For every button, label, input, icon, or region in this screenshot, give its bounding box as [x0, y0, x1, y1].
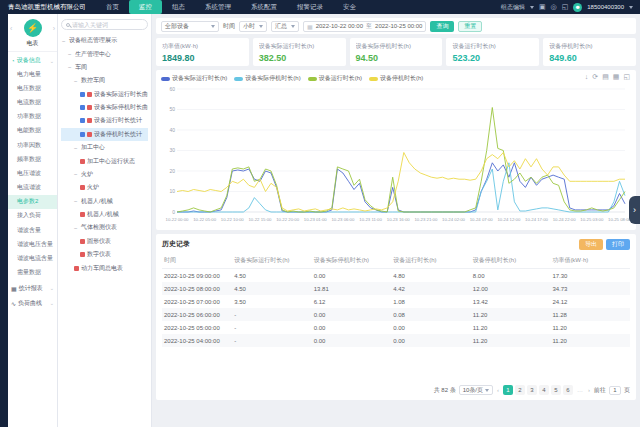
- tree-node[interactable]: −机器人/机械: [61, 195, 148, 208]
- expander-icon[interactable]: −: [68, 64, 73, 70]
- print-button[interactable]: 打印: [606, 239, 630, 250]
- data-view-icon[interactable]: ▤: [602, 73, 609, 81]
- legend-item[interactable]: 设备实际运行时长(h): [161, 74, 227, 83]
- sidebar-section[interactable]: ∿负荷曲线⌄: [8, 295, 57, 310]
- next-device-caret[interactable]: ›: [53, 25, 55, 32]
- chart-type-icon[interactable]: ▦: [613, 73, 620, 81]
- nav-item-5[interactable]: 系统配置: [241, 0, 287, 14]
- nav-item-3[interactable]: 组态: [162, 0, 195, 14]
- main-content: 全部设备 时间 小时 汇总 ▦ 2022-10-22 00:00 至 2022-…: [152, 14, 640, 427]
- tree-node[interactable]: 设备实际停机时长曲线: [61, 101, 148, 114]
- sidebar-item[interactable]: 功率因数: [8, 138, 57, 152]
- tree-node[interactable]: 设备实际运行时长曲线: [61, 88, 148, 101]
- sidebar-item[interactable]: 电能数据: [8, 124, 57, 138]
- expander-icon[interactable]: −: [62, 38, 67, 44]
- page-button-5[interactable]: 5: [551, 385, 561, 395]
- prev-device-caret[interactable]: ‹: [10, 25, 12, 32]
- tree-node[interactable]: −生产管理中心: [61, 47, 148, 60]
- page-button-4[interactable]: 4: [539, 385, 549, 395]
- tree-node[interactable]: −车间: [61, 61, 148, 74]
- sidebar-item[interactable]: 电流数据: [8, 95, 57, 109]
- prev-page-button[interactable]: ‹: [496, 387, 500, 393]
- tree-node[interactable]: 火炉: [61, 181, 148, 194]
- tree-node[interactable]: 圆形仪表: [61, 235, 148, 248]
- table-cell: -: [232, 334, 312, 347]
- sidebar-section[interactable]: ▦统计报表⌄: [8, 280, 57, 295]
- sidebar-item[interactable]: 电流谐波: [8, 181, 57, 195]
- fullscreen-icon[interactable]: ◱: [623, 73, 630, 81]
- nav-item-6[interactable]: 报警记录: [287, 0, 333, 14]
- legend-item[interactable]: 设备实际停机时长(h): [234, 74, 300, 83]
- location-icon[interactable]: ◎: [551, 3, 557, 11]
- edit-link[interactable]: 组态编辑: [501, 3, 525, 12]
- mode-select[interactable]: 汇总: [271, 21, 299, 32]
- tree-search-input[interactable]: [72, 22, 143, 28]
- sidebar-item[interactable]: 谐波电流含量: [8, 251, 57, 265]
- page-button-2[interactable]: 2: [515, 385, 525, 395]
- search-button[interactable]: 查询: [430, 21, 454, 32]
- expander-icon[interactable]: −: [74, 198, 79, 204]
- device-icon[interactable]: ⚡: [24, 19, 42, 37]
- sidebar-section-device-info[interactable]: ◔ 设备信息 ⌄: [8, 52, 57, 67]
- user-phone[interactable]: 18500400300: [587, 4, 624, 10]
- page-button-1[interactable]: 1: [503, 385, 513, 395]
- table-row[interactable]: 2022-10-25 08:00:004.5013.814.4212.0034.…: [162, 282, 630, 295]
- sidebar-item[interactable]: 谐波含量: [8, 223, 57, 237]
- page-button-6[interactable]: 6: [563, 385, 573, 395]
- fullscreen-icon[interactable]: ◱: [562, 3, 569, 11]
- table-row[interactable]: 2022-10-25 07:00:003.506.121.0813.4224.1…: [162, 295, 630, 308]
- tree-node[interactable]: 机器人/机械: [61, 208, 148, 221]
- tree-node[interactable]: 设备停机时长统计: [61, 128, 148, 141]
- legend-item[interactable]: 设备停机时长(h): [369, 74, 423, 83]
- reset-button[interactable]: 重置: [458, 21, 482, 32]
- sidebar-item[interactable]: 频率数据: [8, 152, 57, 166]
- sidebar-item[interactable]: 接入负荷: [8, 209, 57, 223]
- expand-panel-button[interactable]: ›: [629, 196, 640, 224]
- expander-icon[interactable]: −: [74, 225, 79, 231]
- expander-icon[interactable]: −: [74, 145, 79, 151]
- legend-marker: [161, 77, 170, 81]
- nav-item-4[interactable]: 系统管理: [195, 0, 241, 14]
- table-row[interactable]: 2022-10-25 04:00:00-0.000.0011.2011.20: [162, 334, 630, 347]
- sidebar-item[interactable]: 电力电量: [8, 67, 57, 81]
- nav-item-2[interactable]: 监控: [129, 0, 162, 14]
- tree-node[interactable]: −加工中心: [61, 141, 148, 154]
- tree-node[interactable]: 数字仪表: [61, 248, 148, 261]
- sidebar-item[interactable]: 电参数2: [8, 195, 57, 209]
- table-row[interactable]: 2022-10-25 05:00:00-0.000.0011.2011.20: [162, 321, 630, 334]
- page-button-3[interactable]: 3: [527, 385, 537, 395]
- unit-select[interactable]: 小时: [239, 21, 267, 32]
- nav-item-1[interactable]: 首页: [96, 0, 129, 14]
- nav-item-7[interactable]: 安全: [333, 0, 366, 14]
- tree-node[interactable]: 动力车间总电表: [61, 261, 148, 274]
- table-row[interactable]: 2022-10-25 06:00:00-0.000.0811.2011.28: [162, 308, 630, 321]
- expander-icon[interactable]: −: [68, 51, 73, 57]
- sidebar-item[interactable]: 功率数据: [8, 110, 57, 124]
- tree-node[interactable]: −数控车间: [61, 74, 148, 87]
- expander-icon[interactable]: −: [74, 171, 79, 177]
- nav-menu: 首页监控组态系统管理系统配置报警记录安全: [96, 0, 366, 14]
- tree-node[interactable]: −气体检测仪表: [61, 221, 148, 234]
- export-button[interactable]: 导出: [579, 239, 603, 250]
- sidebar-item[interactable]: 需量数据: [8, 266, 57, 280]
- next-page-button[interactable]: ›: [587, 387, 591, 393]
- sidebar-item[interactable]: 谐波电压含量: [8, 237, 57, 251]
- tree-node[interactable]: −设备组态管理展示: [61, 34, 148, 47]
- legend-item[interactable]: 设备运行时长(h): [308, 74, 362, 83]
- tree-node[interactable]: 设备运行时长统计: [61, 114, 148, 127]
- sidebar-item[interactable]: 电压数据: [8, 81, 57, 95]
- tree-node[interactable]: −火炉: [61, 168, 148, 181]
- sidebar-item[interactable]: 电压谐波: [8, 166, 57, 180]
- page-size-select[interactable]: 10条/页: [459, 385, 493, 395]
- date-range-picker[interactable]: ▦ 2022-10-22 00:00 至 2022-10-25 00:00: [303, 21, 426, 32]
- refresh-icon[interactable]: ⟳: [592, 73, 598, 81]
- table-row[interactable]: 2022-10-25 09:00:004.500.004.808.0017.30: [162, 269, 630, 283]
- copy-icon[interactable]: ▣: [539, 3, 546, 11]
- device-select[interactable]: 全部设备: [161, 21, 219, 32]
- goto-page-input[interactable]: [609, 386, 621, 395]
- tree-node[interactable]: 加工中心运行状态: [61, 154, 148, 167]
- download-icon[interactable]: ↓: [585, 73, 589, 81]
- avatar[interactable]: ☻: [573, 3, 582, 12]
- stat-card-label: 功率值(kW·h): [162, 42, 243, 51]
- expander-icon[interactable]: −: [74, 78, 79, 84]
